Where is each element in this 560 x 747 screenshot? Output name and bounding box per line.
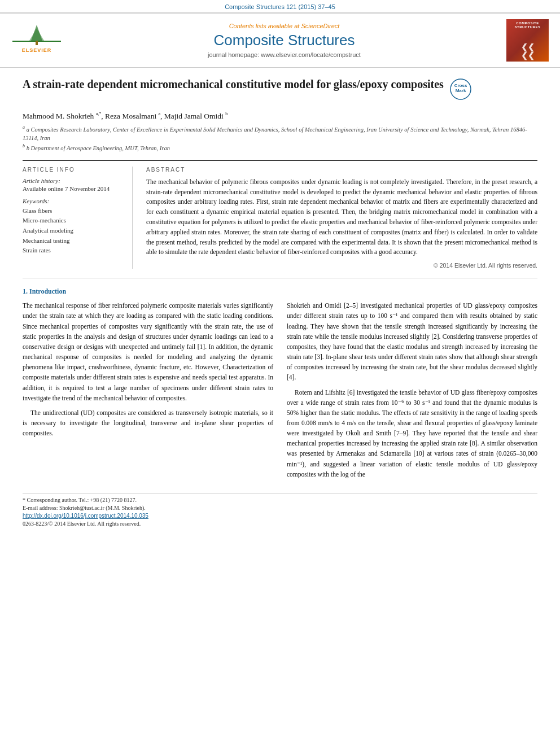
article-title-block: A strain-rate dependent micromechanical … (23, 77, 537, 104)
intro-para-right-2: Rotem and Lifshitz [6] investigated the … (287, 387, 537, 479)
article-info-header: ARTICLE INFO (23, 167, 124, 173)
journal-ref-text: Composite Structures 121 (2015) 37–45 (225, 3, 335, 10)
footer-notes: * Corresponding author. Tel.: +98 (21) 7… (23, 493, 537, 527)
svg-text:Cross: Cross (454, 83, 467, 88)
section-separator (23, 278, 537, 278)
header-center: Contents lists available at ScienceDirec… (71, 23, 497, 58)
page-container: Composite Structures 121 (2015) 37–45 EL… (0, 0, 560, 540)
available-online: Available online 7 November 2014 (23, 185, 124, 192)
svg-text:Mark: Mark (456, 88, 466, 93)
author-sup-a1: a,* (96, 111, 102, 116)
issn-text: 0263-8223/© 2014 Elsevier Ltd. All right… (23, 521, 537, 527)
keyword-analytical: Analytical modeling (23, 226, 124, 236)
journal-header: ELSEVIER Contents lists available at Sci… (0, 12, 560, 68)
keyword-glass-fibers: Glass fibers (23, 206, 124, 216)
affil-sup-b: b (23, 143, 25, 148)
keyword-strain-rates: Strain rates (23, 246, 124, 256)
journal-ref-bar: Composite Structures 121 (2015) 37–45 (0, 0, 560, 12)
abstract-section: ABSTRACT The mechanical behavior of poly… (146, 167, 537, 269)
sciencedirect-link-text[interactable]: ScienceDirect (301, 23, 339, 29)
body-col-left: The mechanical response of fiber reinfor… (23, 300, 273, 484)
doi-link[interactable]: http://dx.doi.org/10.1016/j.compstruct.2… (23, 513, 537, 519)
article-info-column: ARTICLE INFO Article history: Available … (23, 167, 133, 269)
elsevier-logo: ELSEVIER (11, 24, 62, 57)
affiliations: a a Composites Research Laboratory, Cent… (23, 124, 537, 152)
body-col-right: Shokrieh and Omidi [2–5] investigated me… (287, 300, 537, 484)
keywords-label: Keywords: (23, 198, 124, 204)
main-content: A strain-rate dependent micromechanical … (0, 68, 560, 540)
authors: Mahmood M. Shokrieh a,*, Reza Mosalmani … (23, 111, 537, 121)
author-sup-a2: a (159, 111, 161, 116)
journal-title: Composite Structures (71, 32, 497, 49)
email-note: E-mail address: Shokrieh@iust.ac.ir (M.M… (23, 505, 537, 511)
copyright: © 2014 Elsevier Ltd. All rights reserved… (146, 262, 537, 269)
svg-marker-2 (29, 28, 44, 41)
composite-structures-logo: COMPOSITESTRUCTURES ❮❮ ❮❮ (506, 19, 549, 62)
abstract-header: ABSTRACT (146, 167, 537, 173)
journal-homepage: journal homepage: www.elsevier.com/locat… (71, 51, 497, 58)
affil-sup-a: a (23, 125, 25, 130)
contents-available: Contents lists available at ScienceDirec… (71, 23, 497, 29)
keyword-mechanical: Mechanical testing (23, 236, 124, 246)
body-columns: The mechanical response of fiber reinfor… (23, 300, 537, 484)
svg-text:ELSEVIER: ELSEVIER (22, 47, 52, 53)
keyword-micro-mechanics: Micro-mechanics (23, 216, 124, 226)
info-abstract-section: ARTICLE INFO Article history: Available … (23, 160, 537, 269)
intro-section-title: 1. Introduction (23, 287, 537, 296)
corresponding-note: * Corresponding author. Tel.: +98 (21) 7… (23, 497, 537, 503)
abstract-text: The mechanical behavior of polymeric fib… (146, 177, 537, 258)
intro-para-right-1: Shokrieh and Omidi [2–5] investigated me… (287, 300, 537, 382)
intro-para-2: The unidirectional (UD) composites are c… (23, 408, 273, 438)
intro-para-1: The mechanical response of fiber reinfor… (23, 300, 273, 403)
article-title-text: A strain-rate dependent micromechanical … (23, 77, 444, 92)
history-label: Article history: (23, 177, 124, 184)
crossmark-badge: Cross Mark (449, 78, 472, 104)
author-sup-b: b (225, 111, 228, 116)
svg-rect-3 (36, 41, 38, 45)
